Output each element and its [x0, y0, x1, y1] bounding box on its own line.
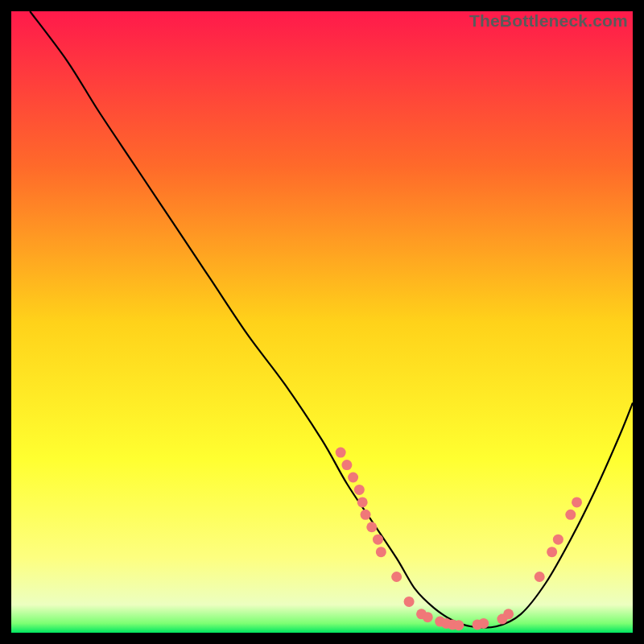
data-marker [373, 535, 383, 545]
data-marker [535, 572, 545, 582]
data-marker [391, 572, 402, 582]
data-marker [366, 522, 377, 532]
data-marker [453, 620, 464, 630]
data-marker [565, 510, 576, 520]
data-marker [478, 618, 489, 629]
data-marker [357, 497, 368, 507]
data-marker [404, 597, 415, 607]
chart-svg [11, 11, 633, 633]
data-marker [503, 609, 514, 619]
data-marker [336, 448, 346, 458]
data-marker [553, 535, 564, 545]
data-marker [423, 612, 433, 622]
gradient-background [11, 11, 633, 633]
data-marker [361, 510, 371, 520]
watermark-text: TheBottleneck.com [469, 11, 628, 31]
data-marker [354, 485, 365, 495]
data-marker [341, 460, 352, 470]
data-marker [547, 547, 557, 557]
data-marker [572, 497, 582, 507]
chart-frame: TheBottleneck.com [11, 11, 633, 633]
data-marker [376, 547, 386, 557]
data-marker [348, 473, 358, 483]
